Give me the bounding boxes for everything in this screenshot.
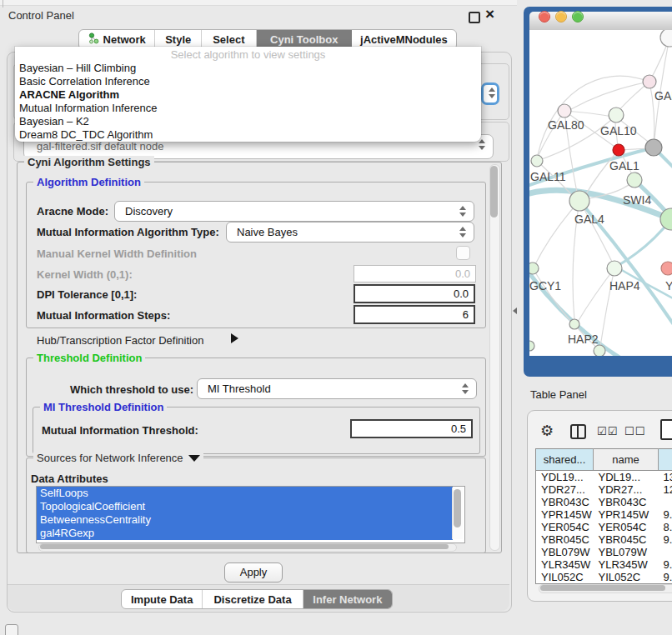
data-attribute-item[interactable]: gal4RGexp	[37, 527, 453, 540]
column-header-shared-[interactable]: shared...	[536, 449, 594, 471]
network-window-titlebar[interactable]	[529, 12, 672, 31]
zoom-window-icon[interactable]	[572, 11, 584, 22]
aracne-mode-combo[interactable]: Discovery	[114, 201, 474, 222]
bottom-tab-infer-network[interactable]: Infer Network	[303, 590, 392, 608]
deselect-all-checkboxes-icon[interactable]: ☐☐	[624, 425, 645, 438]
node-salmon[interactable]	[661, 262, 672, 275]
algorithm-option[interactable]: Bayesian – K2	[15, 115, 481, 128]
node-top-partial[interactable]	[660, 30, 672, 47]
node-gal11[interactable]	[531, 155, 543, 167]
algorithm-definition-title: Algorithm Definition	[33, 176, 144, 188]
table-row[interactable]: YPR145WYPR145W9.	[536, 508, 672, 521]
table-cell: YER054C	[536, 521, 594, 533]
table-cell: YBL079W	[536, 546, 594, 558]
sources-title-text: Sources for Network Inference	[37, 452, 183, 464]
close-panel-icon[interactable]: ×	[485, 5, 494, 23]
mi-steps-label: Mutual Information Steps:	[37, 309, 170, 322]
mi-type-combo[interactable]: Naive Bayes	[226, 222, 474, 242]
table-header: shared...nameA	[536, 449, 672, 471]
node-gal80[interactable]	[558, 104, 571, 118]
minimize-window-icon[interactable]	[555, 11, 567, 22]
gear-icon[interactable]: ⚙	[540, 422, 554, 440]
node-gal4[interactable]	[569, 191, 589, 211]
data-attribute-item[interactable]: BetweennessCentrality	[37, 513, 453, 527]
collapsed-panel-icon[interactable]	[5, 624, 18, 635]
mi-threshold-group-title: MI Threshold Definition	[40, 401, 167, 413]
columns-icon[interactable]	[570, 424, 586, 439]
node-pink-upper[interactable]	[643, 75, 656, 88]
network-edge[interactable]	[649, 82, 654, 146]
node-red[interactable]	[613, 144, 624, 156]
table-row[interactable]: YBR045CYBR045C9.	[536, 533, 672, 546]
table-cell: YPR145W	[594, 508, 659, 521]
bottom-tab-bar: Impute DataDiscretize DataInfer Network	[121, 589, 393, 609]
sources-collapse-arrow-icon[interactable]	[188, 455, 200, 462]
network-edge[interactable]	[538, 76, 649, 155]
table-row[interactable]: YER054CYER054C8.	[536, 521, 672, 533]
column-header-a[interactable]: A	[659, 449, 672, 471]
which-threshold-combo[interactable]: MI Threshold	[197, 378, 477, 399]
table-row[interactable]: YBR043CYBR043C	[536, 496, 672, 508]
node-label: GAL10	[600, 124, 637, 138]
apply-button[interactable]: Apply	[224, 562, 283, 582]
column-header-name[interactable]: name	[594, 449, 659, 471]
manual-kernel-checkbox[interactable]	[456, 246, 470, 260]
table-row[interactable]: YLR345WYLR345W9.	[536, 558, 672, 571]
data-attribute-item[interactable]: TopologicalCoefficient	[37, 500, 453, 513]
algorithm-option[interactable]: ARACNE Algorithm	[15, 88, 481, 102]
node-green-bottom[interactable]	[594, 345, 605, 356]
hub-expand-arrow-icon[interactable]	[231, 333, 238, 343]
node-label: SWI4	[623, 193, 651, 207]
table-row[interactable]: YDL19...YDL19...13	[536, 471, 672, 484]
algorithm-option[interactable]: Dream8 DC_TDC Algorithm	[15, 128, 481, 142]
settings-scrollbar[interactable]	[489, 164, 500, 551]
node-hap2[interactable]	[569, 319, 579, 329]
node-hap4[interactable]	[607, 261, 622, 276]
data-attribute-item[interactable]: SelfLoops	[37, 487, 453, 500]
node-gal10[interactable]	[609, 108, 624, 122]
splitter-collapse-icon[interactable]	[513, 308, 517, 314]
bottom-tab-impute-data[interactable]: Impute Data	[122, 590, 203, 608]
algorithm-dropdown-popup: Select algorithm to view settings Bayesi…	[15, 47, 481, 142]
data-attributes-list[interactable]: SelfLoopsTopologicalCoefficientBetweenne…	[36, 486, 465, 543]
node-gcy1[interactable]	[529, 262, 539, 274]
control-panel-title: Control Panel	[8, 9, 74, 22]
bottom-tab-discretize-data[interactable]: Discretize Data	[203, 590, 303, 608]
kernel-width-field[interactable]: 0.0	[354, 265, 476, 282]
network-edge[interactable]	[534, 201, 579, 266]
table-cell: 8.	[659, 521, 672, 533]
tab-label: Select	[213, 33, 244, 46]
select-all-checkboxes-icon[interactable]: ☑☑	[597, 425, 618, 438]
mi-threshold-field[interactable]: 0.5	[350, 419, 473, 438]
network-edge[interactable]	[579, 201, 613, 263]
table-row[interactable]: YDR27...YDR27...12	[536, 483, 672, 496]
algorithm-option[interactable]: Mutual Information Inference	[15, 102, 481, 115]
node-gray[interactable]	[645, 139, 662, 156]
hub-definition-label: Hub/Transcription Factor Definition	[37, 334, 203, 347]
inference-algorithm-combo-spinner[interactable]	[481, 82, 499, 105]
node-green-right[interactable]	[660, 208, 672, 230]
combo-spinner-icon	[489, 87, 495, 99]
table-row[interactable]: YBL079WYBL079W	[536, 546, 672, 558]
node-green-mid[interactable]	[627, 172, 642, 188]
settings-scrollbar-thumb[interactable]	[490, 166, 498, 218]
aracne-mode-label: Aracne Mode:	[37, 205, 108, 218]
close-window-icon[interactable]	[539, 11, 550, 22]
new-table-icon[interactable]	[660, 419, 672, 440]
table-hscrollbar-thumb[interactable]	[540, 585, 665, 591]
network-canvas[interactable]: GALGAL80GAL10GAL1GAL11SWI4GAL4GCY1HAP4YH…	[529, 30, 672, 356]
float-window-icon[interactable]	[469, 12, 480, 23]
node-green-left[interactable]	[529, 341, 534, 351]
table-cell: YDR27...	[536, 483, 594, 496]
network-edge[interactable]	[654, 38, 669, 139]
dpi-tolerance-field[interactable]: 0.0	[354, 284, 475, 303]
threshold-definition-title: Threshold Definition	[33, 352, 145, 364]
algorithm-option[interactable]: Basic Correlation Inference	[15, 75, 481, 88]
algorithm-option[interactable]: Bayesian – Hill Climbing	[15, 62, 481, 75]
attributes-vscrollbar-thumb[interactable]	[454, 489, 461, 528]
mi-steps-field[interactable]: 6	[354, 305, 475, 324]
attributes-hscrollbar-thumb[interactable]	[40, 544, 449, 549]
table-cell: YIL052C	[536, 571, 594, 584]
table-row[interactable]: YIL052CYIL052C9.	[536, 571, 672, 584]
table-cell: YPR145W	[536, 508, 594, 521]
